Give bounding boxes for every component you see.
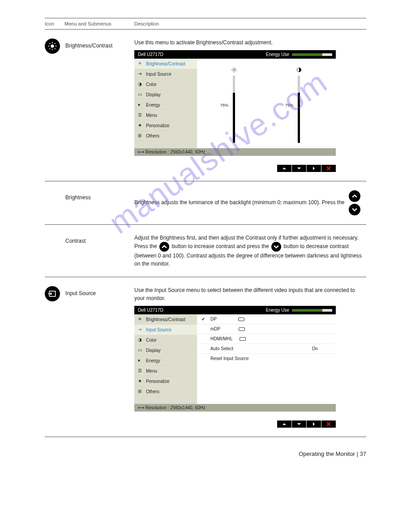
- svg-line-7: [49, 48, 50, 49]
- rule-top: [45, 18, 366, 18]
- sidebar-item-personalize[interactable]: ★Personalize: [134, 376, 197, 386]
- osd-input-source: Dell U2717D Energy Use ☀Brightness/Contr…: [134, 306, 336, 412]
- input-source-icon: [45, 286, 60, 301]
- sidebar-item-color[interactable]: ◑Color: [134, 79, 197, 90]
- svg-line-6: [55, 48, 56, 49]
- contrast-row-desc: Adjust the Brightness first, and then ad…: [134, 234, 366, 268]
- down-chevron-icon: [271, 242, 281, 252]
- sidebar-item-personalize[interactable]: ★Personalize: [134, 120, 197, 131]
- nav-up-button[interactable]: [277, 165, 291, 172]
- col-head-icon: Icon: [45, 21, 64, 26]
- sidebar-item-brightness[interactable]: ☀Brightness/Contrast: [134, 314, 197, 325]
- sidebar-item-menu[interactable]: ☰Menu: [134, 110, 197, 120]
- nav-down-button[interactable]: [292, 165, 306, 172]
- page-footer: Operating the Monitor | 37: [0, 437, 411, 471]
- section-contrast: Contrast Adjust the Brightness first, an…: [45, 224, 366, 277]
- svg-line-17: [235, 68, 235, 69]
- source-row-dp[interactable]: ✔DP: [197, 314, 336, 324]
- sidebar-item-others[interactable]: ⊞Others: [134, 131, 197, 141]
- sidebar-item-display[interactable]: ▭Display: [134, 345, 197, 356]
- source-row-reset[interactable]: Reset Input Source: [197, 354, 336, 363]
- osd-resolution: Resolution : 2560x1440, 60Hz: [146, 150, 206, 154]
- sidebar-item-energy[interactable]: ♦Energy: [134, 100, 197, 110]
- energy-bar: [292, 309, 332, 312]
- brightness-contrast-label: Brightness/Contrast: [65, 39, 112, 50]
- source-row-auto[interactable]: Auto SelectOn: [197, 344, 336, 354]
- down-chevron-icon: [349, 204, 360, 215]
- svg-line-5: [49, 43, 50, 44]
- col-head-menu: Menu and Submenus: [64, 21, 134, 26]
- sidebar-item-display[interactable]: ▭Display: [134, 90, 197, 100]
- sidebar-item-input[interactable]: ⇥Input Source: [134, 69, 197, 79]
- svg-point-0: [51, 45, 54, 48]
- nav-down-button[interactable]: [292, 420, 306, 428]
- sidebar-item-brightness[interactable]: ☀Brightness/Contrast: [134, 59, 197, 69]
- source-row-mdp[interactable]: mDP: [197, 324, 336, 334]
- input-source-desc: Use the Input Source menu to select betw…: [134, 286, 366, 302]
- sidebar-item-input[interactable]: ⇥Input Source: [134, 325, 197, 335]
- sidebar-item-color[interactable]: ◑Color: [134, 335, 197, 345]
- brightness-row-desc: Brightness adjusts the luminance of the …: [134, 190, 366, 215]
- osd-title: Dell U2717D: [138, 52, 163, 57]
- osd-brightness: Dell U2717D Energy Use ☀Brightness/Contr…: [134, 50, 336, 156]
- osd-nav-buttons: [134, 165, 336, 172]
- input-source-label: Input Source: [65, 286, 96, 297]
- nav-right-button[interactable]: [307, 165, 321, 172]
- energy-bar: [292, 53, 332, 56]
- osd-sidebar: ☀Brightness/Contrast ⇥Input Source ◑Colo…: [134, 59, 197, 148]
- up-chevron-icon: [159, 242, 169, 252]
- svg-point-9: [233, 69, 235, 71]
- osd-resolution: Resolution : 2560x1440, 60Hz: [146, 405, 206, 410]
- nav-close-button[interactable]: [321, 165, 336, 172]
- osd-nav-buttons: [134, 420, 336, 428]
- contrast-icon: [296, 67, 302, 73]
- sidebar-item-menu[interactable]: ☰Menu: [134, 366, 197, 376]
- nav-right-button[interactable]: [307, 420, 321, 428]
- svg-line-8: [55, 43, 56, 44]
- section-input-source: Input Source Use the Input Source menu t…: [45, 277, 366, 437]
- nav-up-button[interactable]: [277, 420, 291, 428]
- energy-label: Energy Use: [266, 52, 289, 57]
- contrast-value: 75%: [285, 103, 293, 107]
- svg-line-16: [232, 71, 232, 72]
- col-head-desc: Description: [134, 21, 159, 26]
- sidebar-item-others[interactable]: ⊞Others: [134, 386, 197, 397]
- source-row-hdmi[interactable]: HDMI/MHL: [197, 334, 336, 344]
- brightness-value: 75%: [220, 103, 228, 107]
- up-chevron-icon: [349, 190, 360, 202]
- svg-line-14: [232, 68, 232, 69]
- brightness-contrast-icon: [45, 39, 60, 54]
- brightness-slider[interactable]: 75%: [231, 67, 237, 143]
- energy-label: Energy Use: [266, 308, 289, 313]
- osd-title: Dell U2717D: [138, 308, 163, 313]
- svg-line-15: [235, 71, 235, 72]
- brightness-row-label: Brightness: [65, 190, 91, 202]
- contrast-slider[interactable]: 75%: [296, 67, 302, 143]
- sidebar-item-energy[interactable]: ♦Energy: [134, 356, 197, 366]
- section-brightness: Brightness Brightness adjusts the lumina…: [45, 181, 366, 224]
- osd-sidebar: ☀Brightness/Contrast ⇥Input Source ◑Colo…: [134, 314, 197, 404]
- contrast-row-label: Contrast: [65, 234, 86, 245]
- section-brightness-contrast: Brightness/Contrast Use this menu to act…: [45, 29, 366, 181]
- nav-close-button[interactable]: [321, 420, 336, 428]
- brightness-contrast-desc: Use this menu to activate Brightness/Con…: [134, 39, 366, 47]
- sun-icon: [231, 67, 237, 73]
